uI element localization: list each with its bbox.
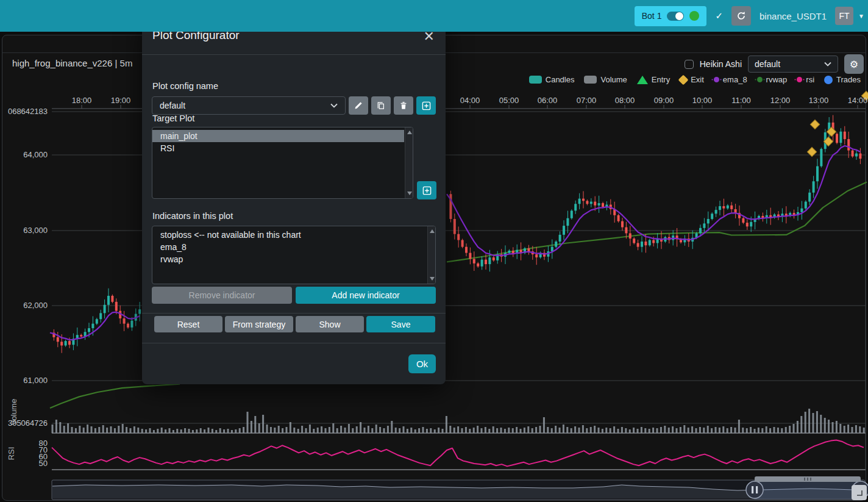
entry-swatch-icon <box>637 76 648 84</box>
indicators-label: Indicators in this plot <box>152 211 233 221</box>
plus-square-icon <box>422 101 431 110</box>
scroll-up-icon[interactable] <box>407 131 412 134</box>
scroll-down-icon[interactable] <box>430 277 435 281</box>
heikin-ashi-label: Heikin Ashi <box>700 59 742 69</box>
indicators-listbox[interactable]: stoploss <-- not available in this chart… <box>152 226 436 284</box>
heikin-ashi-checkbox[interactable] <box>685 60 694 69</box>
legend-label: Candles <box>546 75 575 84</box>
top-navbar: Bot 1 ✓ binance_USDT1 FT ▼ <box>0 0 868 32</box>
legend-item-trades[interactable]: Trades <box>824 75 861 84</box>
add-plot-button[interactable] <box>417 181 436 199</box>
legend-item-ema_8[interactable]: ema_8 <box>714 75 747 84</box>
exit-swatch-icon <box>678 74 689 85</box>
list-item[interactable]: stoploss <-- not available in this chart <box>152 229 427 241</box>
plus-square-icon <box>422 186 432 195</box>
add-new-indicator-button[interactable]: Add new indicator <box>296 287 436 304</box>
listbox-scrollbar[interactable] <box>427 226 435 284</box>
copy-icon <box>377 101 385 110</box>
ema_8-swatch-icon <box>714 77 719 82</box>
legend-label: rvwap <box>766 75 788 84</box>
plot-config-name-label: Plot config name <box>152 81 218 91</box>
bot-online-indicator <box>689 11 699 21</box>
legend-item-rvwap[interactable]: rvwap <box>757 75 788 84</box>
plot-config-select[interactable]: default <box>748 56 838 73</box>
chart-title: high_frog_binance_v226 | 5m <box>12 58 132 68</box>
duplicate-config-button[interactable] <box>371 96 391 115</box>
legend-item-entry[interactable]: Entry <box>637 75 670 84</box>
reset-button[interactable]: Reset <box>154 316 222 332</box>
refresh-button[interactable] <box>731 6 751 26</box>
trades-swatch-icon <box>824 76 833 84</box>
refresh-icon <box>736 11 746 21</box>
bot-selector[interactable]: Bot 1 <box>635 6 707 26</box>
checkmark-icon: ✓ <box>715 10 723 21</box>
edit-config-button[interactable] <box>349 96 368 115</box>
chevron-down-icon <box>330 103 338 108</box>
candles-swatch-icon <box>529 76 542 84</box>
user-avatar[interactable]: FT <box>835 7 853 25</box>
list-item[interactable]: rvwap <box>152 253 427 265</box>
show-button[interactable]: Show <box>296 316 364 332</box>
scroll-down-icon[interactable] <box>407 192 412 195</box>
plot-configurator-gear-button[interactable]: ⚙ <box>844 54 864 74</box>
legend-label: Trades <box>836 75 861 84</box>
delete-config-button[interactable] <box>394 96 413 115</box>
exchange-account-label: binance_USDT1 <box>760 11 827 21</box>
scroll-up-icon[interactable] <box>430 229 435 233</box>
ok-button[interactable]: Ok <box>408 354 436 373</box>
trash-icon <box>399 101 408 110</box>
listbox-scrollbar[interactable] <box>405 127 413 198</box>
legend-label: Entry <box>652 75 670 84</box>
remove-indicator-button[interactable]: Remove indicator <box>152 287 292 304</box>
chevron-down-icon[interactable]: ▼ <box>858 13 864 20</box>
legend-item-candles[interactable]: Candles <box>529 75 575 84</box>
bot-toggle[interactable] <box>667 12 684 21</box>
list-item[interactable]: ema_8 <box>152 241 427 253</box>
from-strategy-button[interactable]: From strategy <box>225 316 293 332</box>
bot-label: Bot 1 <box>642 11 662 21</box>
pencil-icon <box>354 101 363 110</box>
config-name-select[interactable]: default <box>152 96 346 115</box>
chart-toolbar: Heikin Ashi default ⚙ <box>685 54 864 74</box>
plot-config-value: default <box>755 59 780 69</box>
add-config-button[interactable] <box>416 96 436 115</box>
volume-swatch-icon <box>584 76 597 84</box>
legend-label: Exit <box>691 75 704 84</box>
rsi-swatch-icon <box>797 77 802 82</box>
target-plot-label: Target Plot <box>152 113 194 123</box>
list-item[interactable]: RSI <box>152 142 404 154</box>
chart-legend: CandlesVolumeEntryExitema_8rvwaprsiTrade… <box>529 75 861 84</box>
legend-label: ema_8 <box>723 75 747 84</box>
save-button[interactable]: Save <box>366 316 435 332</box>
target-plot-listbox[interactable]: main_plotRSI <box>152 127 413 199</box>
legend-item-exit[interactable]: Exit <box>680 75 704 84</box>
plot-configurator-modal: Plot Configurator ✕ Plot config name def… <box>142 18 446 384</box>
legend-label: rsi <box>806 75 814 84</box>
legend-item-volume[interactable]: Volume <box>584 75 627 84</box>
legend-label: Volume <box>600 75 627 84</box>
chevron-down-icon <box>824 62 831 66</box>
config-name-value: default <box>160 101 185 110</box>
list-item[interactable]: main_plot <box>152 130 404 142</box>
legend-item-rsi[interactable]: rsi <box>797 75 814 84</box>
rvwap-swatch-icon <box>757 77 763 82</box>
